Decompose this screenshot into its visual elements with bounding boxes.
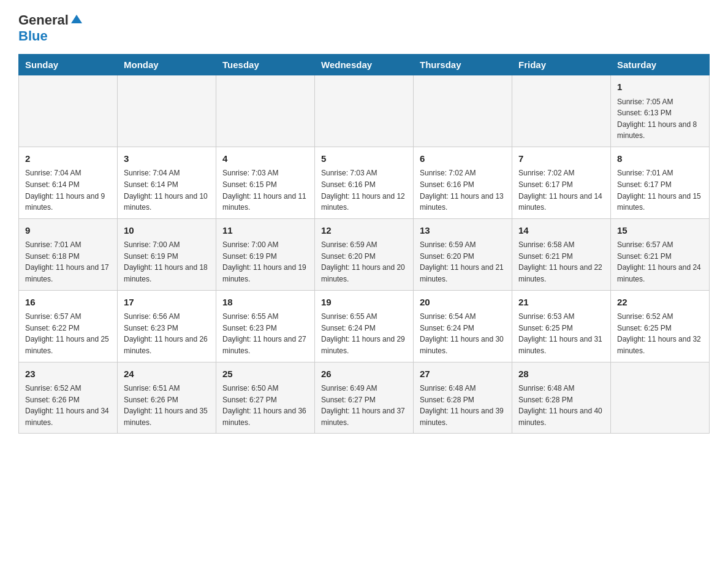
day-info: Sunrise: 6:51 AMSunset: 6:26 PMDaylight:… [124,383,210,428]
day-number: 7 [518,152,604,166]
calendar-cell [19,75,118,147]
day-number: 22 [617,296,703,310]
calendar-cell: 15Sunrise: 6:57 AMSunset: 6:21 PMDayligh… [611,218,710,290]
day-info: Sunrise: 7:01 AMSunset: 6:17 PMDaylight:… [617,167,703,213]
day-info: Sunrise: 7:00 AMSunset: 6:19 PMDaylight:… [222,239,308,285]
calendar-cell: 18Sunrise: 6:55 AMSunset: 6:23 PMDayligh… [216,290,315,362]
day-info: Sunrise: 7:01 AMSunset: 6:18 PMDaylight:… [25,239,111,285]
day-number: 23 [25,367,111,381]
day-info: Sunrise: 7:03 AMSunset: 6:15 PMDaylight:… [222,167,308,213]
day-number: 6 [420,152,506,166]
week-row-3: 9Sunrise: 7:01 AMSunset: 6:18 PMDaylight… [19,218,710,290]
weekday-header-thursday: Thursday [414,55,512,75]
calendar-cell: 3Sunrise: 7:04 AMSunset: 6:14 PMDaylight… [118,147,216,218]
calendar-cell: 26Sunrise: 6:49 AMSunset: 6:27 PMDayligh… [315,362,414,434]
calendar-cell [512,75,611,147]
calendar-cell: 24Sunrise: 6:51 AMSunset: 6:26 PMDayligh… [118,362,216,434]
day-info: Sunrise: 7:04 AMSunset: 6:14 PMDaylight:… [124,167,210,213]
day-number: 5 [321,152,407,166]
day-number: 14 [518,224,604,238]
calendar-table: SundayMondayTuesdayWednesdayThursdayFrid… [18,54,710,434]
calendar-cell: 25Sunrise: 6:50 AMSunset: 6:27 PMDayligh… [216,362,315,434]
day-info: Sunrise: 6:58 AMSunset: 6:21 PMDaylight:… [518,239,604,285]
calendar-cell: 5Sunrise: 7:03 AMSunset: 6:16 PMDaylight… [315,147,414,218]
calendar-cell: 22Sunrise: 6:52 AMSunset: 6:25 PMDayligh… [611,290,710,362]
day-number: 17 [124,296,210,310]
calendar-cell [414,75,512,147]
day-number: 1 [617,80,703,94]
day-number: 3 [124,152,210,166]
week-row-1: 1Sunrise: 7:05 AMSunset: 6:13 PMDaylight… [19,75,710,147]
calendar-cell: 13Sunrise: 6:59 AMSunset: 6:20 PMDayligh… [414,218,512,290]
calendar-cell: 11Sunrise: 7:00 AMSunset: 6:19 PMDayligh… [216,218,315,290]
logo-blue-text: Blue [18,28,48,44]
day-info: Sunrise: 6:53 AMSunset: 6:25 PMDaylight:… [518,311,604,356]
page-header: General Blue [18,12,710,44]
weekday-header-row: SundayMondayTuesdayWednesdayThursdayFrid… [19,55,710,75]
calendar-cell: 14Sunrise: 6:58 AMSunset: 6:21 PMDayligh… [512,218,611,290]
calendar-cell: 21Sunrise: 6:53 AMSunset: 6:25 PMDayligh… [512,290,611,362]
day-number: 21 [518,296,604,310]
calendar-cell: 23Sunrise: 6:52 AMSunset: 6:26 PMDayligh… [19,362,118,434]
calendar-cell [315,75,414,147]
calendar-cell: 16Sunrise: 6:57 AMSunset: 6:22 PMDayligh… [19,290,118,362]
weekday-header-monday: Monday [118,55,216,75]
calendar-cell: 28Sunrise: 6:48 AMSunset: 6:28 PMDayligh… [512,362,611,434]
day-number: 19 [321,296,407,310]
calendar-cell: 2Sunrise: 7:04 AMSunset: 6:14 PMDaylight… [19,147,118,218]
day-info: Sunrise: 6:54 AMSunset: 6:24 PMDaylight:… [420,311,506,356]
svg-marker-0 [71,15,82,23]
weekday-header-sunday: Sunday [19,55,118,75]
calendar-cell: 10Sunrise: 7:00 AMSunset: 6:19 PMDayligh… [118,218,216,290]
day-number: 13 [420,224,506,238]
day-number: 4 [222,152,308,166]
day-number: 26 [321,367,407,381]
day-number: 16 [25,296,111,310]
weekday-header-friday: Friday [512,55,611,75]
day-info: Sunrise: 6:52 AMSunset: 6:26 PMDaylight:… [25,383,111,428]
day-number: 24 [124,367,210,381]
day-info: Sunrise: 7:02 AMSunset: 6:16 PMDaylight:… [420,167,506,213]
week-row-2: 2Sunrise: 7:04 AMSunset: 6:14 PMDaylight… [19,147,710,218]
week-row-5: 23Sunrise: 6:52 AMSunset: 6:26 PMDayligh… [19,362,710,434]
calendar-cell: 4Sunrise: 7:03 AMSunset: 6:15 PMDaylight… [216,147,315,218]
day-number: 12 [321,224,407,238]
day-number: 8 [617,152,703,166]
logo-triangle-icon [70,12,83,26]
day-number: 28 [518,367,604,381]
day-info: Sunrise: 6:57 AMSunset: 6:22 PMDaylight:… [25,311,111,356]
day-info: Sunrise: 7:00 AMSunset: 6:19 PMDaylight:… [124,239,210,285]
day-number: 9 [25,224,111,238]
calendar-cell: 6Sunrise: 7:02 AMSunset: 6:16 PMDaylight… [414,147,512,218]
day-number: 27 [420,367,506,381]
day-info: Sunrise: 7:03 AMSunset: 6:16 PMDaylight:… [321,167,407,213]
day-number: 15 [617,224,703,238]
day-info: Sunrise: 6:48 AMSunset: 6:28 PMDaylight:… [420,383,506,428]
day-number: 10 [124,224,210,238]
day-info: Sunrise: 6:55 AMSunset: 6:24 PMDaylight:… [321,311,407,356]
calendar-cell: 12Sunrise: 6:59 AMSunset: 6:20 PMDayligh… [315,218,414,290]
day-number: 25 [222,367,308,381]
calendar-cell: 19Sunrise: 6:55 AMSunset: 6:24 PMDayligh… [315,290,414,362]
calendar-cell: 9Sunrise: 7:01 AMSunset: 6:18 PMDaylight… [19,218,118,290]
day-info: Sunrise: 6:52 AMSunset: 6:25 PMDaylight:… [617,311,703,356]
day-number: 2 [25,152,111,166]
calendar-cell: 7Sunrise: 7:02 AMSunset: 6:17 PMDaylight… [512,147,611,218]
calendar-cell [611,362,710,434]
day-info: Sunrise: 6:50 AMSunset: 6:27 PMDaylight:… [222,383,308,428]
calendar-cell: 8Sunrise: 7:01 AMSunset: 6:17 PMDaylight… [611,147,710,218]
calendar-cell: 1Sunrise: 7:05 AMSunset: 6:13 PMDaylight… [611,75,710,147]
day-number: 20 [420,296,506,310]
day-info: Sunrise: 6:49 AMSunset: 6:27 PMDaylight:… [321,383,407,428]
day-info: Sunrise: 6:55 AMSunset: 6:23 PMDaylight:… [222,311,308,356]
calendar-cell [216,75,315,147]
day-info: Sunrise: 6:59 AMSunset: 6:20 PMDaylight:… [420,239,506,285]
day-info: Sunrise: 7:05 AMSunset: 6:13 PMDaylight:… [617,96,703,142]
week-row-4: 16Sunrise: 6:57 AMSunset: 6:22 PMDayligh… [19,290,710,362]
day-info: Sunrise: 6:48 AMSunset: 6:28 PMDaylight:… [518,383,604,428]
calendar-cell: 20Sunrise: 6:54 AMSunset: 6:24 PMDayligh… [414,290,512,362]
day-info: Sunrise: 6:56 AMSunset: 6:23 PMDaylight:… [124,311,210,356]
weekday-header-tuesday: Tuesday [216,55,315,75]
day-number: 11 [222,224,308,238]
weekday-header-wednesday: Wednesday [315,55,414,75]
